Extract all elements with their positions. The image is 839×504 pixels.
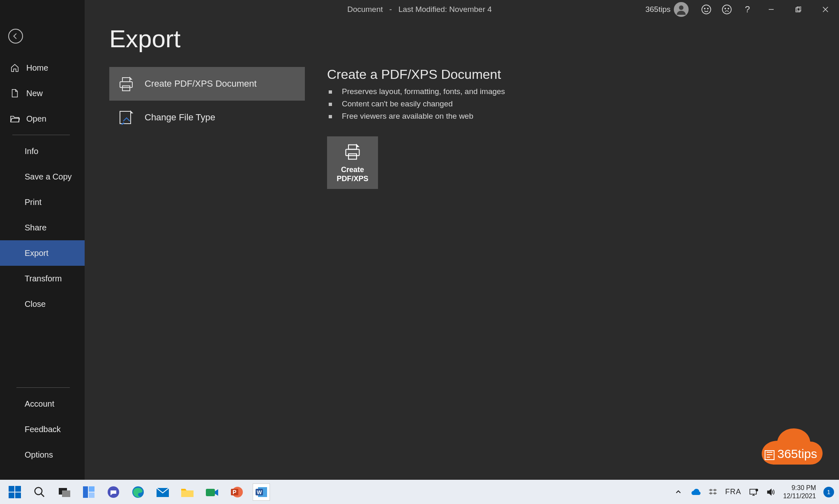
svg-point-46 [756, 489, 758, 491]
sidebar-item-label: Print [25, 198, 41, 207]
last-modified: Last Modified: November 4 [399, 5, 492, 14]
sidebar-item-feedback[interactable]: Feedback [0, 417, 85, 442]
sidebar-item-new[interactable]: New [0, 81, 85, 106]
svg-rect-11 [796, 8, 800, 12]
svg-text:W: W [257, 489, 262, 495]
close-button[interactable] [812, 0, 839, 19]
bullet-icon [329, 90, 332, 94]
sad-icon [721, 4, 732, 15]
sidebar-item-transform[interactable]: Transform [0, 266, 85, 291]
cloud-badge-365tips: 365tips [753, 428, 823, 472]
sidebar-item-print[interactable]: Print [0, 189, 85, 215]
clock-time: 9:30 PM [783, 484, 816, 492]
svg-rect-38 [206, 489, 215, 496]
sidebar-item-open[interactable]: Open [0, 106, 85, 131]
sidebar-item-close[interactable]: Close [0, 291, 85, 317]
notif-count: 1 [827, 488, 830, 495]
clock-date: 12/11/2021 [783, 492, 816, 500]
open-folder-icon [10, 114, 20, 124]
search-button[interactable] [31, 484, 48, 500]
powerpoint-button[interactable]: P [228, 484, 245, 500]
tray-chevron-button[interactable] [673, 487, 683, 497]
svg-rect-12 [797, 7, 801, 11]
sidebar-item-save-copy[interactable]: Save a Copy [0, 164, 85, 189]
svg-rect-15 [120, 82, 132, 87]
clock[interactable]: 9:30 PM 12/11/2021 [783, 484, 816, 499]
export-option-filetype[interactable]: Change File Type [109, 101, 305, 134]
windows-taskbar: P W FRA 9:30 PM 12/11/2021 1 [0, 480, 839, 504]
svg-rect-30 [62, 490, 70, 497]
sidebar-item-label: Home [26, 63, 48, 73]
export-option-label: Create PDF/XPS Document [145, 78, 257, 89]
back-button[interactable] [8, 29, 23, 44]
feedback-sad-button[interactable] [717, 0, 737, 19]
svg-point-5 [704, 8, 705, 9]
word-button[interactable]: W [253, 484, 270, 500]
video-icon [205, 486, 219, 498]
printer-icon [343, 142, 362, 161]
sidebar-item-label: Share [25, 223, 46, 232]
svg-rect-19 [346, 149, 360, 155]
widgets-button[interactable] [81, 484, 97, 500]
maximize-button[interactable] [785, 0, 812, 19]
cloud-icon [691, 488, 701, 496]
sidebar-item-label: Transform [25, 274, 62, 283]
sidebar-item-home[interactable]: Home [0, 55, 85, 81]
language-indicator[interactable]: FRA [725, 488, 741, 496]
svg-point-27 [35, 487, 42, 495]
taskview-icon [58, 486, 70, 498]
sidebar-item-share[interactable]: Share [0, 215, 85, 240]
svg-rect-23 [9, 486, 14, 492]
home-icon [10, 63, 20, 73]
svg-point-6 [708, 8, 708, 9]
cloud-badge-text: 365tips [777, 447, 817, 460]
help-button[interactable]: ? [737, 0, 758, 19]
minimize-button[interactable] [758, 0, 785, 19]
backstage-sidebar: Home New Open Info Save a Copy Print Sha… [0, 0, 85, 480]
minimize-icon [768, 7, 774, 12]
app-window: Document - Last Modified: November 4 365… [0, 0, 839, 480]
sidebar-item-options[interactable]: Options [0, 442, 85, 467]
sidebar-item-export[interactable]: Export [0, 240, 85, 266]
export-option-pdfxps[interactable]: Create PDF/XPS Document [109, 67, 305, 101]
details-heading: Create a PDF/XPS Document [327, 67, 814, 82]
dropbox-tray-icon[interactable] [708, 487, 718, 497]
folder-icon [180, 486, 194, 498]
sidebar-item-info[interactable]: Info [0, 138, 85, 164]
document-name: Document [347, 5, 383, 14]
notifications-button[interactable]: 1 [823, 487, 834, 497]
create-pdfxps-button[interactable]: Create PDF/XPS [327, 136, 378, 189]
svg-rect-26 [15, 492, 21, 498]
edge-button[interactable] [130, 484, 146, 500]
sidebar-item-account[interactable]: Account [0, 391, 85, 417]
file-explorer-button[interactable] [179, 484, 196, 500]
mail-button[interactable] [154, 484, 171, 500]
mail-icon [156, 486, 170, 498]
change-filetype-icon [118, 109, 135, 126]
task-view-button[interactable] [56, 484, 72, 500]
feedback-smile-button[interactable] [696, 0, 717, 19]
user-avatar[interactable] [674, 2, 689, 17]
start-button[interactable] [7, 484, 23, 500]
sidebar-divider [16, 387, 70, 388]
onedrive-tray-icon[interactable] [691, 487, 701, 497]
camera-app-button[interactable] [204, 484, 220, 500]
search-icon [33, 486, 46, 498]
export-option-label: Change File Type [145, 112, 215, 123]
svg-rect-21 [348, 154, 357, 159]
monitor-icon [749, 488, 758, 496]
svg-rect-25 [9, 492, 14, 498]
network-tray-icon[interactable] [749, 487, 758, 497]
windows-logo-icon [8, 485, 22, 499]
maximize-icon [795, 7, 801, 12]
svg-text:P: P [233, 489, 236, 495]
dropbox-icon [708, 488, 717, 496]
export-details: Create a PDF/XPS Document Preserves layo… [327, 67, 814, 189]
svg-rect-31 [83, 486, 88, 498]
svg-point-8 [725, 8, 726, 9]
volume-tray-icon[interactable] [766, 487, 776, 497]
teams-chat-button[interactable] [105, 484, 122, 500]
page-title: Export [109, 25, 814, 53]
titlebar: Document - Last Modified: November 4 365… [0, 0, 839, 19]
sidebar-item-label: Feedback [25, 425, 61, 434]
